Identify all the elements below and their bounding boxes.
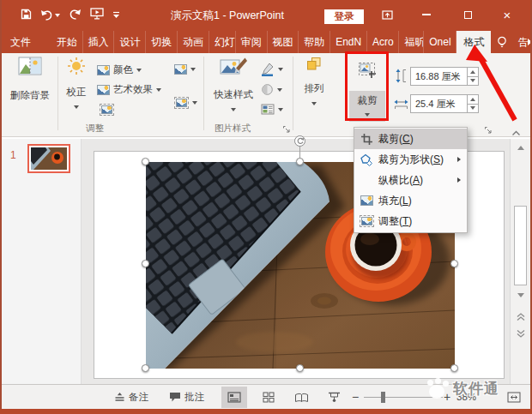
rotation-handle[interactable] — [294, 135, 305, 147]
compress-picture-icon — [101, 105, 112, 114]
tab-endnote[interactable]: EndN — [330, 31, 367, 53]
sign-in-button[interactable]: 登录 — [324, 9, 364, 24]
height-spin-up[interactable] — [468, 68, 478, 77]
scrollbar-thumb[interactable] — [514, 206, 527, 285]
corrections-button[interactable]: 校正 — [60, 57, 93, 111]
slide-thumbnails-panel: 1 — [2, 139, 82, 384]
ribbon-display-options-button[interactable] — [376, 5, 398, 24]
fit-slide-to-window-button[interactable] — [503, 387, 525, 408]
reading-view-button[interactable] — [288, 387, 314, 408]
zoom-slider-track[interactable] — [364, 397, 443, 398]
tab-transitions[interactable]: 切换 — [146, 31, 178, 53]
notes-icon — [114, 392, 125, 402]
remove-background-button[interactable]: 删除背景 — [5, 57, 55, 102]
ribbon-tab-bar: 文件 开始 插入 设计 切换 动画 幻灯片 审阅 视图 帮助 EndN Acro… — [0, 31, 532, 53]
menu-item-aspect-ratio[interactable]: 纵横比(A) — [354, 170, 467, 190]
undo-button[interactable] — [40, 9, 60, 21]
ribbon-display-icon — [382, 10, 393, 20]
tab-animations[interactable]: 动画 — [178, 31, 209, 53]
tab-foxit[interactable]: 福昕P — [399, 31, 424, 53]
status-bar: 备注 批注 − + 38% — [0, 384, 532, 409]
reading-view-icon — [294, 393, 309, 403]
tell-me-button[interactable] — [491, 31, 513, 53]
artistic-effects-icon — [97, 85, 110, 95]
width-spin-down[interactable] — [468, 105, 478, 113]
size-dialog-launcher[interactable] — [484, 125, 493, 137]
tab-slideshow[interactable]: 幻灯片 — [209, 31, 236, 53]
shape-width-input[interactable] — [411, 95, 467, 112]
picture-styles-dialog-launcher[interactable] — [282, 124, 291, 136]
zoom-slider-thumb[interactable] — [381, 392, 385, 403]
tab-view[interactable]: 视图 — [268, 31, 299, 53]
comment-icon — [169, 392, 181, 402]
change-picture-button[interactable] — [174, 64, 196, 75]
slide-sorter-icon — [263, 392, 275, 403]
arrange-button[interactable]: 排列 — [298, 57, 330, 107]
tab-acrobat[interactable]: Acro — [367, 31, 400, 53]
redo-button[interactable] — [69, 9, 82, 22]
compress-picture-button[interactable] — [100, 104, 114, 116]
picture-layout-button[interactable] — [261, 104, 283, 115]
handle-middle-right[interactable] — [450, 260, 458, 267]
previous-slide-button[interactable] — [514, 310, 527, 322]
handle-top-left[interactable] — [142, 158, 149, 165]
menu-item-crop-to-shape[interactable]: 裁剪为形状(S) — [354, 149, 467, 170]
tab-help[interactable]: 帮助 — [299, 31, 330, 53]
close-button[interactable]: × — [496, 5, 518, 24]
shape-height-input[interactable] — [411, 68, 467, 85]
crop-button-icon-area[interactable] — [352, 60, 383, 85]
tab-more-clipped[interactable]: 告 — [513, 31, 528, 53]
tab-design[interactable]: 设计 — [114, 31, 146, 53]
zoom-out-button[interactable]: − — [352, 386, 359, 408]
notes-button[interactable]: 备注 — [114, 386, 148, 408]
menu-item-fill[interactable]: 填充(L) — [354, 190, 467, 211]
tab-insert[interactable]: 插入 — [83, 31, 115, 53]
collapse-ribbon-button[interactable] — [511, 127, 521, 139]
menu-item-crop[interactable]: 裁剪(C) — [354, 129, 467, 149]
start-slideshow-button[interactable] — [90, 8, 104, 22]
tab-format-active[interactable]: 格式 — [456, 31, 491, 53]
reset-picture-button[interactable] — [174, 97, 197, 109]
picture-effects-button[interactable] — [261, 83, 282, 96]
normal-view-icon — [227, 392, 241, 403]
width-spin-up[interactable] — [468, 95, 478, 105]
save-button[interactable] — [21, 9, 32, 22]
picture-border-button[interactable] — [261, 63, 283, 76]
tab-review[interactable]: 审阅 — [236, 31, 268, 53]
tab-onenote[interactable]: Onel — [424, 31, 456, 53]
normal-view-button[interactable] — [221, 387, 247, 408]
menu-item-fit[interactable]: 调整(T) — [354, 211, 467, 231]
handle-bottom-center[interactable] — [296, 364, 304, 372]
minimize-icon — [422, 14, 431, 15]
shape-height-field[interactable] — [410, 67, 479, 86]
handle-top-center[interactable] — [296, 158, 304, 165]
scroll-up-button[interactable] — [514, 141, 527, 153]
crop-dropdown-menu: 裁剪(C) 裁剪为形状(S) 纵横比(A) 填充(L) 调整(T) — [354, 127, 468, 233]
customize-qat-button[interactable] — [112, 9, 120, 21]
handle-middle-left[interactable] — [142, 260, 149, 267]
scroll-down-button[interactable] — [514, 289, 527, 301]
zoom-percent[interactable]: 38% — [456, 386, 476, 408]
quick-styles-button[interactable]: 快速样式 — [209, 57, 257, 113]
tab-file[interactable]: 文件 — [5, 31, 36, 53]
maximize-button[interactable] — [456, 5, 479, 24]
comments-button[interactable]: 批注 — [169, 386, 204, 408]
rotation-handle-stem — [299, 146, 300, 159]
shape-width-field[interactable] — [410, 94, 479, 113]
shape-height-icon — [395, 69, 407, 86]
handle-bottom-left[interactable] — [142, 364, 149, 372]
handle-bottom-right[interactable] — [450, 364, 458, 372]
tab-home[interactable]: 开始 — [51, 31, 83, 53]
slide-thumbnail-selected[interactable] — [27, 144, 70, 173]
zoom-in-button[interactable]: + — [444, 386, 450, 408]
next-slide-button[interactable] — [514, 327, 527, 339]
slide-sorter-view-button[interactable] — [256, 387, 281, 408]
color-button[interactable]: 颜色 — [97, 63, 142, 76]
minimize-button[interactable] — [415, 5, 438, 24]
slideshow-view-button[interactable] — [321, 387, 347, 408]
height-spin-down[interactable] — [468, 77, 478, 86]
artistic-effects-button[interactable]: 艺术效果 — [97, 83, 161, 96]
crop-button-label[interactable]: 裁剪 — [349, 91, 385, 122]
window-edge-bottom — [0, 409, 532, 414]
picture-styles-group-label: 图片样式 — [215, 123, 251, 135]
